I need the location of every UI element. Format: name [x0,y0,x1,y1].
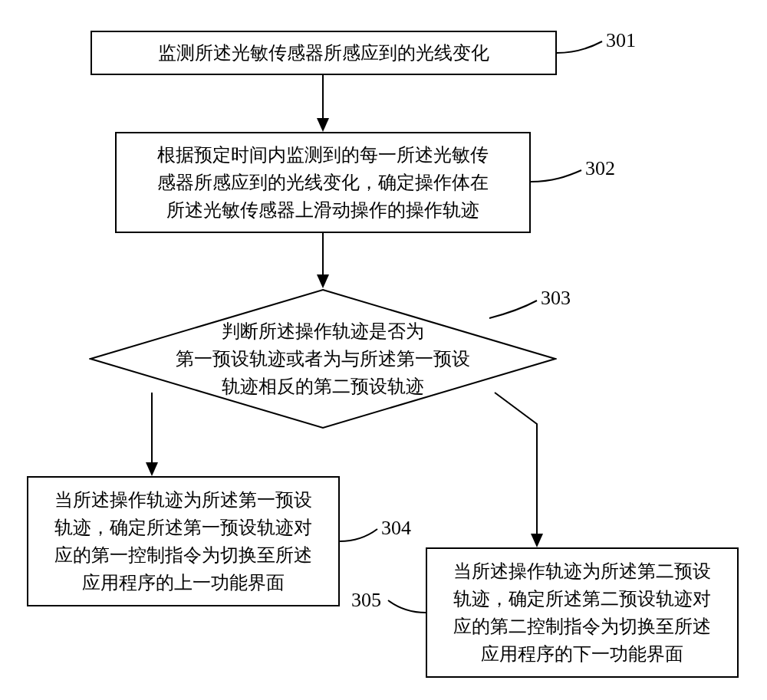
flow-step-302: 根据预定时间内监测到的每一所述光敏传 感器所感应到的光线变化，确定操作体在 所述… [115,132,531,233]
flow-step-304: 当所述操作轨迹为所述第一预设 轨迹，确定所述第一预设轨迹对 应的第一控制指令为切… [27,476,340,606]
svg-marker-3 [317,274,329,288]
svg-marker-6 [531,534,543,547]
flow-step-label: 305 [351,589,381,612]
flow-step-text: 当所述操作轨迹为所述第二预设 轨迹，确定所述第二预设轨迹对 应的第二控制指令为切… [453,557,711,668]
flow-step-text: 当所述操作轨迹为所述第一预设 轨迹，确定所述第一预设轨迹对 应的第一控制指令为切… [54,486,312,596]
svg-marker-1 [317,118,329,132]
flow-step-label: 301 [606,29,636,52]
flow-step-301: 监测所述光敏传感器所感应到的光线变化 [91,31,557,75]
flow-step-label: 303 [541,287,571,310]
flow-step-text: 监测所述光敏传感器所感应到的光线变化 [158,39,489,67]
flow-decision-303: 判断所述操作轨迹是否为 第一预设轨迹或者为与所述第一预设 轨迹相反的第二预设轨迹 [89,288,557,429]
flow-step-305: 当所述操作轨迹为所述第二预设 轨迹，确定所述第二预设轨迹对 应的第二控制指令为切… [426,547,739,678]
flow-step-label: 304 [381,517,411,540]
flow-step-label: 302 [585,157,615,180]
svg-marker-5 [146,462,158,476]
flow-decision-text: 判断所述操作轨迹是否为 第一预设轨迹或者为与所述第一预设 轨迹相反的第二预设轨迹 [176,317,470,400]
flow-step-text: 根据预定时间内监测到的每一所述光敏传 感器所感应到的光线变化，确定操作体在 所述… [157,141,489,224]
